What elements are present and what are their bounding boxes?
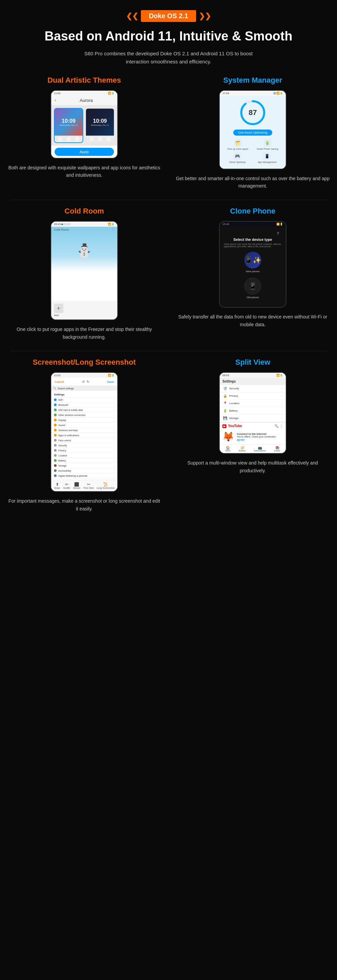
settings-battery[interactable]: 🔋 Battery › (220, 407, 286, 415)
bt-text: Bluetooth (58, 404, 112, 406)
location-icon: 📍 (223, 401, 227, 405)
long-screenshot-btn[interactable]: 📜 Long Screenshot (97, 482, 115, 489)
header-subtitle: S60 Pro combines the developed Doke OS 2… (81, 49, 256, 66)
old-phone-button[interactable]: 📱 (244, 278, 261, 294)
yt-nav-subscriptions[interactable]: 📺 Subscriptions (254, 446, 266, 452)
yt-nav-library[interactable]: 📚 Library (274, 446, 280, 452)
youtube-logo-icon: ▶ (222, 425, 226, 428)
undo-icon[interactable]: ↺ (82, 380, 85, 383)
wireless-arrow: › (114, 414, 115, 416)
bt-dot (54, 404, 57, 406)
free-shot-btn[interactable]: ✂ Free Shot (83, 482, 94, 489)
settings-row-face: Face unlock › (51, 438, 117, 443)
graffiti-icon: ✏ (63, 482, 70, 487)
accessibility-dot (54, 469, 57, 472)
accessibility-text: Accessibility (58, 469, 112, 472)
undo-redo-arrows: ↺ ↻ (82, 380, 89, 383)
settings-security[interactable]: 🛡️ Security › (220, 385, 286, 392)
add-label: Add (54, 314, 59, 317)
youtube-bottom-nav: 🏠 Home 🧭 Explore 📺 Subscriptions 📚 Libra… (220, 444, 286, 453)
settings-location[interactable]: 📍 Location › (220, 400, 286, 407)
security-item-text: Security (229, 387, 279, 390)
library-icon: 📚 (274, 446, 280, 450)
settings-row-battery: Battery › (51, 458, 117, 463)
status-bar-themes: 11:01 📶🔋 (51, 91, 117, 96)
redo-icon[interactable]: ↻ (87, 380, 89, 383)
cold-room-header: Cold Room ⋮ (51, 227, 117, 233)
clone-phone-phone: 15:49 📶🔋 ? Select the device type clone … (219, 221, 286, 308)
youtube-section: ▶ YouTube 🔍 ⋮ 🦊 Connect to the Internet … (220, 422, 286, 453)
clone-phone-title: Clone Phone (230, 207, 275, 216)
security-text: Security (58, 444, 112, 447)
apply-button[interactable]: Apply (55, 148, 114, 156)
storage-item-arrow: › (282, 417, 282, 420)
screenshot-bottom-bar: ⬆ Share ✏ Graffiti ⬛ Mosaic ✂ Free Shot … (51, 480, 117, 491)
system-manager-desc: Get better and smarter all-in-one contro… (175, 175, 330, 190)
settings-privacy[interactable]: 🔒 Privacy › (220, 392, 286, 400)
location-arrow: › (114, 454, 115, 457)
privacy-dot (54, 449, 57, 452)
dual-themes-section: Dual Artistic Themes 11:01 📶🔋 ‹ Aurora 1… (0, 69, 169, 200)
app-label: App Management (258, 161, 276, 163)
clone-bg: ? Select the device type clone phone can… (220, 227, 286, 307)
cold-room-section: Cold Room 09:43 ■ □ □ □ 📶🔋 Cold Room ⋮ ⛄… (0, 200, 169, 351)
youtube-mascot-icon: 🦊 (222, 431, 234, 442)
cancel-button[interactable]: Cancel (55, 380, 64, 383)
back-arrow-icon[interactable]: ‹ (55, 98, 56, 103)
system-manager-phone: 17:04 ⚙️📶🔋 87 One-touch Optimizing 🗂️ Fr… (219, 90, 286, 169)
status-bar-split: 09:03 📶🔋 (220, 373, 286, 378)
wellbeing-dot (54, 474, 57, 477)
new-phone-button[interactable]: 📱✨ (244, 252, 261, 269)
theme-icon-dot (67, 137, 71, 141)
graffiti-btn[interactable]: ✏ Graffiti (63, 482, 70, 489)
youtube-offline-msg: Connect to the Internet You're offline. … (237, 433, 276, 441)
location-text: Location (58, 454, 112, 457)
share-btn[interactable]: ⬆ Share (54, 482, 60, 489)
sys-icon-game: 🎮 Game Speedup (229, 152, 246, 163)
battery-arrow: › (114, 460, 115, 462)
sound-arrow: › (114, 424, 115, 426)
status-time-sys: 17:04 (222, 92, 229, 95)
split-view-title: Split View (235, 358, 270, 367)
screenshot-desc: For important messages, make a screensho… (7, 497, 162, 512)
optimize-button[interactable]: One-touch Optimizing (233, 130, 272, 135)
theme-icon-dot (90, 137, 94, 141)
settings-row-bt: Bluetooth › (51, 402, 117, 407)
add-button[interactable]: + (54, 304, 63, 313)
privacy-text: Privacy (58, 449, 112, 452)
aurora-header: ‹ Aurora (51, 96, 117, 105)
free-space-icon: 🗂️ (234, 139, 242, 147)
display-text: Display (58, 419, 112, 422)
mosaic-btn[interactable]: ⬛ Mosaic (73, 482, 81, 489)
aurora-title: Aurora (59, 98, 114, 103)
retry-button[interactable]: RETRY (237, 439, 276, 441)
theme-time-1: 10:09 (62, 118, 76, 124)
theme-card-1[interactable]: 10:09 Wednesday, Dec 11 (54, 108, 83, 143)
cold-room-title: Cold Room (64, 207, 104, 216)
youtube-menu-icon[interactable]: ⋮ (280, 424, 283, 428)
storage-text: Storage (58, 465, 112, 467)
chevron-left-icon: ❮❮ (126, 12, 138, 21)
cold-room-name: Cold Room (54, 228, 69, 231)
yt-nav-home[interactable]: 🏠 Home (225, 446, 231, 452)
mosaic-label: Mosaic (73, 487, 81, 489)
clone-screen-title: Select the device type (224, 237, 282, 242)
save-button[interactable]: Save (107, 380, 114, 383)
dual-themes-title: Dual Artistic Themes (47, 76, 121, 85)
yt-nav-explore[interactable]: 🧭 Explore (239, 446, 245, 452)
privacy-arrow: › (114, 449, 115, 452)
theme-icon-dot (98, 137, 102, 141)
settings-row-sound: Sound › (51, 423, 117, 428)
cold-room-phone: 09:43 ■ □ □ □ 📶🔋 Cold Room ⋮ ⛄ + Add (51, 221, 118, 320)
youtube-content: 🦊 Connect to the Internet You're offline… (220, 429, 286, 444)
gestures-dot (54, 429, 57, 431)
status-time-split: 09:03 (222, 374, 229, 377)
game-icon: 🎮 (233, 152, 241, 160)
theme-card-2[interactable]: 10:09 Wednesday, Dec 11 (85, 108, 115, 143)
youtube-search-icon[interactable]: 🔍 (274, 424, 278, 428)
settings-storage[interactable]: 💾 Storage › (220, 415, 286, 422)
search-placeholder: Search settings (58, 387, 74, 390)
security-item-arrow: › (282, 387, 282, 390)
screenshot-title: Screenshot/Long Screenshot (33, 358, 136, 367)
split-view-phone: 09:03 📶🔋 Settings 🛡️ Security › 🔒 Privac… (219, 372, 286, 454)
